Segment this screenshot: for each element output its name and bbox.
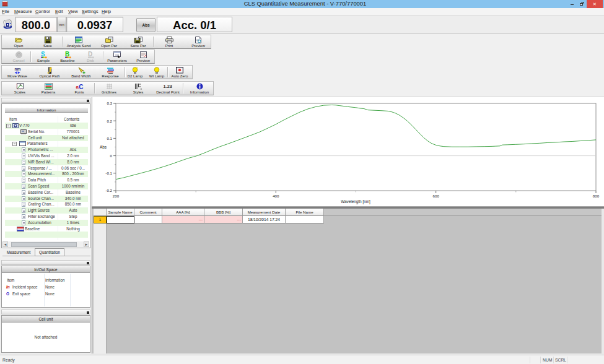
svg-text:800: 800: [593, 194, 600, 198]
svg-text:Abs: Abs: [100, 145, 107, 149]
svg-text:-0.2: -0.2: [105, 188, 112, 193]
svg-text:1.23: 1.23: [164, 84, 172, 89]
svg-text:nm: nm: [15, 67, 21, 71]
svg-text:600: 600: [433, 194, 440, 198]
svg-text:S: S: [41, 51, 45, 58]
svg-text:D: D: [88, 51, 92, 58]
svg-text:C: C: [79, 84, 83, 90]
svg-text:0: 0: [110, 154, 113, 158]
svg-text:400: 400: [273, 194, 279, 198]
svg-text:-0.1: -0.1: [105, 171, 112, 175]
svg-text:0.3: 0.3: [107, 101, 112, 105]
svg-text:Wavelength [nm]: Wavelength [nm]: [341, 199, 370, 204]
svg-text:200: 200: [113, 194, 120, 198]
svg-text:B: B: [65, 51, 69, 58]
svg-text:0.1: 0.1: [107, 136, 112, 141]
svg-text:0.2: 0.2: [107, 119, 112, 123]
